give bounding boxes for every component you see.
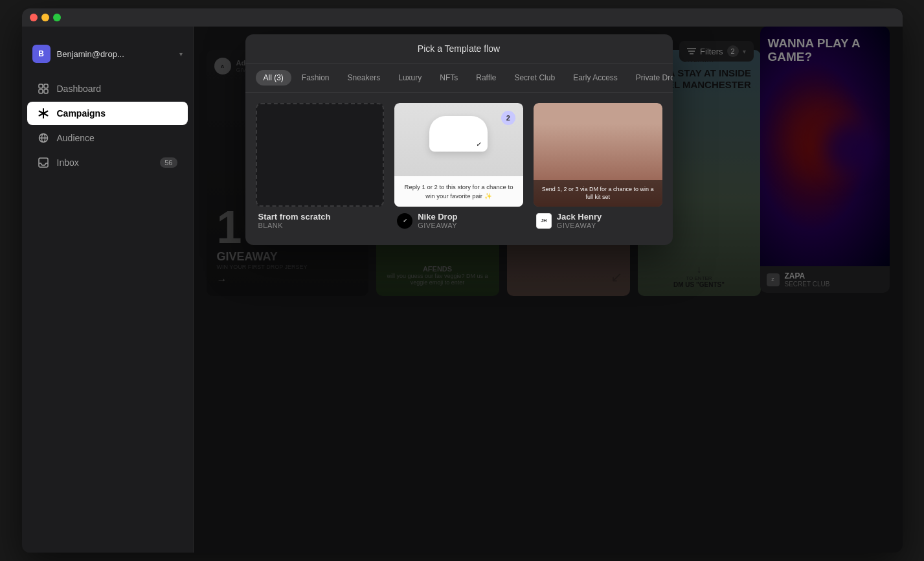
templates-grid: Start from scratch BLANK ✓ xyxy=(245,93,673,245)
sidebar-item-label-audience: Audience xyxy=(57,133,95,143)
sidebar-item-label-campaigns: Campaigns xyxy=(57,108,106,119)
filter-tab-luxury[interactable]: Luxury xyxy=(390,70,429,86)
filter-tab-nfts[interactable]: NFTs xyxy=(432,70,466,86)
svg-rect-0 xyxy=(39,84,43,88)
sidebar-item-audience[interactable]: Audience xyxy=(27,126,188,150)
sidebar-item-campaigns[interactable]: Campaigns xyxy=(27,102,188,125)
svg-rect-2 xyxy=(39,89,43,93)
globe-icon xyxy=(38,132,49,144)
template-card-jackhenry[interactable]: Send 1, 2 or 3 via DM for a chance to wi… xyxy=(534,103,662,235)
template-picker-modal: Pick a Template flow All (3) Fashion Sne… xyxy=(245,34,673,245)
inbox-icon xyxy=(38,157,49,168)
svg-rect-1 xyxy=(44,84,48,88)
grid-icon xyxy=(38,83,49,95)
sidebar-item-inbox[interactable]: Inbox 56 xyxy=(27,151,188,174)
svg-rect-10 xyxy=(39,158,48,167)
main-content: A Adidas Drop GIVEAWAY AV 1 GIVEAWAY WIN… xyxy=(194,8,903,553)
filter-tab-sneakers[interactable]: Sneakers xyxy=(340,70,389,86)
title-bar xyxy=(22,8,903,27)
template-type-jackhenry: GIVEAWAY xyxy=(557,222,660,229)
maximize-button[interactable] xyxy=(53,14,61,21)
sidebar-navigation: Dashboard Campaigns xyxy=(22,71,193,181)
avatar: B xyxy=(32,45,51,63)
filter-tab-private-drop[interactable]: Private Drop xyxy=(628,70,673,86)
app-window: B Benjamin@drop... ▾ Dashboard xyxy=(22,8,903,553)
template-type-nike: GIVEAWAY xyxy=(418,222,521,229)
template-name-scratch: Start from scratch xyxy=(258,212,382,222)
sidebar-item-dashboard[interactable]: Dashboard xyxy=(27,77,188,100)
modal-title: Pick a Template flow xyxy=(245,34,673,63)
close-button[interactable] xyxy=(30,14,38,21)
minimize-button[interactable] xyxy=(41,14,49,21)
account-switcher[interactable]: B Benjamin@drop... ▾ xyxy=(22,37,193,71)
svg-rect-3 xyxy=(44,89,48,93)
sidebar-item-label-dashboard: Dashboard xyxy=(57,84,102,94)
template-name-jackhenry: Jack Henry xyxy=(557,212,660,222)
filter-tab-fashion[interactable]: Fashion xyxy=(294,70,337,86)
filter-tab-raffle[interactable]: Raffle xyxy=(468,70,504,86)
filter-tabs: All (3) Fashion Sneakers Luxury NFTs Raf… xyxy=(245,63,673,93)
chevron-down-icon: ▾ xyxy=(179,51,183,58)
template-card-nike[interactable]: ✓ 2 Reply 1 or 2 to this story for a cha… xyxy=(394,103,523,235)
nike-logo: ✓ xyxy=(397,213,412,229)
filter-tab-all[interactable]: All (3) xyxy=(256,70,291,86)
template-type-scratch: BLANK xyxy=(258,222,382,229)
inbox-badge: 56 xyxy=(160,157,177,168)
jackhenry-logo: JH xyxy=(536,213,552,229)
modal-overlay: Pick a Template flow All (3) Fashion Sne… xyxy=(194,8,903,553)
filter-tab-early-access[interactable]: Early Access xyxy=(565,70,625,86)
jackhenry-overlay-text: Send 1, 2 or 3 via DM for a chance to wi… xyxy=(534,180,662,207)
sidebar: B Benjamin@drop... ▾ Dashboard xyxy=(22,8,194,553)
nike-reply-text: Reply 1 or 2 to this story for a chance … xyxy=(394,176,523,207)
template-card-scratch[interactable]: Start from scratch BLANK xyxy=(256,103,385,235)
sidebar-item-label-inbox: Inbox xyxy=(57,157,79,168)
filter-tab-secret-club[interactable]: Secret Club xyxy=(506,70,563,86)
account-name: Benjamin@drop... xyxy=(57,49,173,59)
asterisk-icon xyxy=(38,108,49,119)
template-name-nike: Nike Drop xyxy=(418,212,521,222)
